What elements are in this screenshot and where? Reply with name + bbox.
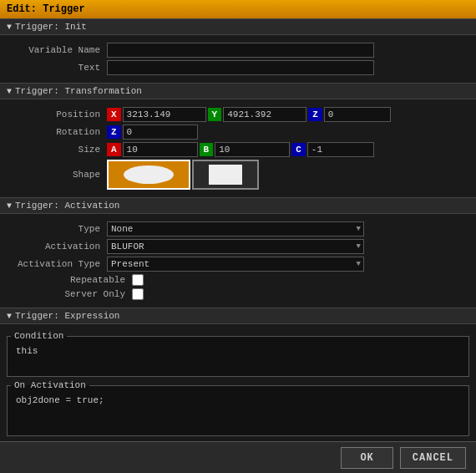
axis-z-rot-label: Z — [107, 125, 121, 139]
shape-label: Shape — [7, 170, 107, 180]
activation-type-label: Activation Type — [7, 259, 107, 269]
section-activation-label: Trigger: Activation — [15, 201, 119, 211]
repeatable-row: Repeatable — [0, 274, 476, 286]
server-only-label: Server Only — [7, 289, 132, 299]
axis-a-label: A — [107, 143, 121, 156]
shape-area — [107, 160, 259, 190]
size-a-input[interactable] — [123, 142, 198, 157]
shape-rect-button[interactable] — [192, 160, 259, 190]
activation-row: Activation BLUFOR OPFOR Independent Civi… — [0, 239, 476, 254]
rect-icon — [209, 165, 242, 185]
variable-name-label: Variable Name — [7, 45, 107, 55]
position-group: X Y Z — [107, 107, 391, 122]
size-label: Size — [7, 145, 107, 155]
type-dropdown[interactable]: None Switch Toggle — [107, 221, 364, 237]
shape-ellipse-button[interactable] — [107, 160, 190, 190]
server-only-checkbox[interactable] — [132, 288, 144, 300]
type-row: Type None Switch Toggle — [0, 221, 476, 237]
on-activation-legend: On Activation — [11, 380, 89, 390]
section-expression-label: Trigger: Expression — [15, 311, 119, 321]
condition-legend: Condition — [11, 331, 67, 341]
activation-dropdown-wrapper: BLUFOR OPFOR Independent Civilian Any — [107, 239, 364, 254]
rotation-z-input[interactable] — [123, 125, 198, 140]
main-content[interactable]: ▼ Trigger: Init Variable Name Text ▼ Tri… — [0, 18, 476, 460]
repeatable-label: Repeatable — [7, 275, 132, 285]
rotation-label: Rotation — [7, 127, 107, 137]
expression-body: Condition this On Activation obj2done = … — [0, 324, 476, 443]
ellipse-icon — [124, 165, 174, 184]
condition-group: Condition this — [7, 331, 469, 377]
section-arrow-4: ▼ — [7, 312, 12, 321]
text-label: Text — [7, 63, 107, 73]
section-trigger-activation: ▼ Trigger: Activation — [0, 197, 476, 214]
position-row: Position X Y Z — [0, 107, 476, 122]
section-init-body: Variable Name Text — [0, 35, 476, 83]
position-y-input[interactable] — [223, 107, 306, 122]
section-arrow-3: ▼ — [7, 201, 12, 211]
repeatable-checkbox[interactable] — [132, 274, 144, 286]
rotation-row: Rotation Z — [0, 125, 476, 140]
cancel-button[interactable]: CANCEL — [400, 447, 466, 469]
section-arrow: ▼ — [7, 23, 12, 32]
server-only-row: Server Only — [0, 288, 476, 300]
axis-z-pos-label: Z — [308, 108, 322, 121]
axis-c-label: C — [291, 143, 306, 156]
axis-y-label: Y — [208, 108, 222, 121]
on-activation-group: On Activation obj2done = true; — [7, 380, 469, 436]
size-row: Size A B C — [0, 142, 476, 157]
type-label: Type — [7, 224, 107, 234]
activation-type-dropdown-wrapper: Present Not Present Detected by BLUFOR — [107, 257, 364, 272]
shape-row: Shape — [0, 160, 476, 190]
section-arrow-2: ▼ — [7, 87, 12, 96]
condition-textarea[interactable]: this — [11, 343, 465, 369]
section-trigger-transformation: ▼ Trigger: Transformation — [0, 83, 476, 99]
activation-dropdown[interactable]: BLUFOR OPFOR Independent Civilian Any — [107, 239, 364, 254]
section-init-label: Trigger: Init — [15, 22, 87, 32]
section-trigger-init: ▼ Trigger: Init — [0, 18, 476, 35]
position-z-input[interactable] — [324, 107, 391, 122]
activation-type-row: Activation Type Present Not Present Dete… — [0, 257, 476, 272]
axis-x-label: X — [107, 108, 121, 121]
section-transformation-body: Position X Y Z Rotation Z Size A — [0, 99, 476, 197]
section-transformation-label: Trigger: Transformation — [15, 86, 142, 96]
position-label: Position — [7, 109, 107, 120]
title-bar: Edit: Trigger — [0, 0, 476, 18]
size-group: A B C — [107, 142, 374, 157]
section-trigger-expression: ▼ Trigger: Expression — [0, 308, 476, 324]
ok-button[interactable]: OK — [341, 447, 392, 469]
variable-name-input[interactable] — [107, 43, 374, 58]
rotation-group: Z — [107, 125, 198, 140]
bottom-bar: OK CANCEL — [0, 441, 476, 473]
title-label: Edit: Trigger — [7, 3, 85, 15]
position-x-input[interactable] — [123, 107, 206, 122]
variable-name-row: Variable Name — [0, 43, 476, 58]
size-b-input[interactable] — [215, 142, 290, 157]
type-dropdown-wrapper: None Switch Toggle — [107, 221, 364, 237]
axis-b-label: B — [200, 143, 214, 156]
section-activation-body: Type None Switch Toggle Activation BLUFO… — [0, 214, 476, 308]
text-row: Text — [0, 60, 476, 75]
activation-label: Activation — [7, 242, 107, 252]
on-activation-textarea[interactable]: obj2done = true; — [11, 392, 465, 429]
activation-type-dropdown[interactable]: Present Not Present Detected by BLUFOR — [107, 257, 364, 272]
text-input[interactable] — [107, 60, 374, 75]
size-c-input[interactable] — [307, 142, 374, 157]
